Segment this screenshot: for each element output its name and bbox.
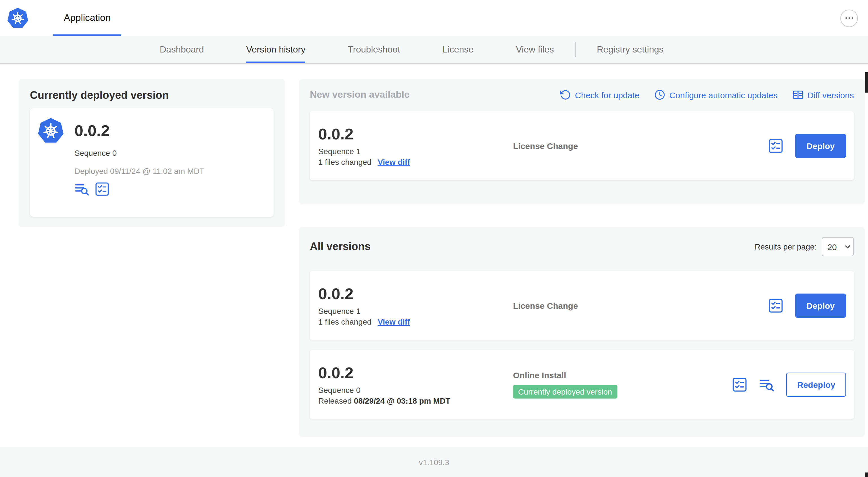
released-timestamp: Released 08/29/24 @ 03:18 pm MDT xyxy=(318,396,513,405)
version-source: Online Install xyxy=(513,370,732,380)
ellipsis-menu-button[interactable] xyxy=(840,9,858,27)
view-config-button[interactable] xyxy=(768,138,783,153)
deployed-version-number: 0.0.2 xyxy=(74,122,110,140)
view-config-button[interactable] xyxy=(95,182,110,197)
deploy-button[interactable]: Deploy xyxy=(795,133,846,158)
logs-icon xyxy=(760,377,775,392)
new-version-title: New version available xyxy=(310,89,409,100)
configure-automatic-updates-link[interactable]: Configure automatic updates xyxy=(654,89,778,100)
version-list: 0.0.2 Sequence 1 1 files changed View di… xyxy=(310,271,854,419)
currently-deployed-title: Currently deployed version xyxy=(30,89,274,101)
currently-deployed-inner-card: 0.0.2 Sequence 0 Deployed 09/11/24 @ 11:… xyxy=(30,109,274,217)
scrollbar-thumb[interactable] xyxy=(865,473,868,477)
checklist-icon xyxy=(732,377,747,392)
all-versions-title: All versions xyxy=(310,240,371,253)
app-window: Application Dashboard Version history Tr… xyxy=(0,0,868,477)
app-title: Application xyxy=(64,12,111,24)
deploy-button[interactable]: Deploy xyxy=(795,293,846,318)
checklist-icon xyxy=(95,182,110,197)
tab-troubleshoot[interactable]: Troubleshoot xyxy=(348,36,400,63)
logs-icon xyxy=(74,182,89,197)
version-number: 0.0.2 xyxy=(318,285,513,303)
all-versions-card: All versions Results per page: 20 xyxy=(299,227,865,437)
results-per-page-select[interactable]: 20 xyxy=(822,237,854,256)
check-for-update-link[interactable]: Check for update xyxy=(560,89,640,100)
currently-deployed-card: Currently deployed version xyxy=(19,79,285,227)
console-version: v1.109.3 xyxy=(419,457,449,467)
refresh-icon xyxy=(560,89,571,100)
active-app-underline xyxy=(53,34,121,36)
version-number: 0.0.2 xyxy=(318,125,513,143)
version-number: 0.0.2 xyxy=(318,364,513,382)
right-column: New version available Check for update xyxy=(299,79,865,437)
redeploy-button[interactable]: Redeploy xyxy=(786,372,846,396)
new-version-row: 0.0.2 Sequence 1 1 files changed View di… xyxy=(310,111,854,180)
currently-deployed-badge: Currently deployed version xyxy=(513,385,617,398)
scrollbar-thumb[interactable] xyxy=(865,72,868,93)
new-version-card: New version available Check for update xyxy=(299,79,865,204)
kubernetes-logo-icon xyxy=(7,7,29,29)
checklist-icon xyxy=(768,298,783,313)
page-footer: v1.109.3 xyxy=(0,447,868,477)
view-config-button[interactable] xyxy=(732,377,747,392)
results-per-page-label: Results per page: xyxy=(755,242,817,251)
checklist-icon xyxy=(768,138,783,153)
version-source: License Change xyxy=(513,141,768,150)
version-source: License Change xyxy=(513,301,768,310)
tab-version-history[interactable]: Version history xyxy=(246,36,306,63)
kubernetes-logo-icon xyxy=(37,117,64,145)
version-sequence: Sequence 0 xyxy=(318,385,513,394)
view-logs-button[interactable] xyxy=(74,182,89,197)
version-row: 0.0.2 Sequence 0 Released 08/29/24 @ 03:… xyxy=(310,350,854,419)
view-diff-link[interactable]: View diff xyxy=(378,317,410,326)
view-logs-button[interactable] xyxy=(760,377,775,392)
version-sequence: Sequence 1 xyxy=(318,306,513,315)
clock-refresh-icon xyxy=(654,89,665,100)
view-diff-link[interactable]: View diff xyxy=(378,157,410,166)
app-title-tab[interactable]: Application xyxy=(53,0,121,36)
version-sequence: Sequence 1 xyxy=(318,147,513,155)
app-nav-tabs: Dashboard Version history Troubleshoot L… xyxy=(0,36,868,64)
tab-view-files[interactable]: View files xyxy=(516,36,554,63)
version-row: 0.0.2 Sequence 1 1 files changed View di… xyxy=(310,271,854,340)
view-config-button[interactable] xyxy=(768,298,783,313)
tab-dashboard[interactable]: Dashboard xyxy=(160,36,204,63)
deployed-sequence: Sequence 0 xyxy=(74,148,267,157)
deployed-timestamp: Deployed 09/11/24 @ 11:02 am MDT xyxy=(74,167,267,176)
files-changed-text: 1 files changed xyxy=(318,157,371,166)
nav-divider xyxy=(576,42,576,57)
tab-license[interactable]: License xyxy=(442,36,473,63)
diff-versions-link[interactable]: Diff versions xyxy=(792,89,854,100)
main-content: Currently deployed version xyxy=(0,64,868,437)
ellipsis-icon xyxy=(844,13,854,23)
tab-registry-settings[interactable]: Registry settings xyxy=(597,36,664,63)
diff-icon xyxy=(792,89,803,100)
files-changed-text: 1 files changed xyxy=(318,317,371,326)
top-bar: Application xyxy=(0,0,868,36)
